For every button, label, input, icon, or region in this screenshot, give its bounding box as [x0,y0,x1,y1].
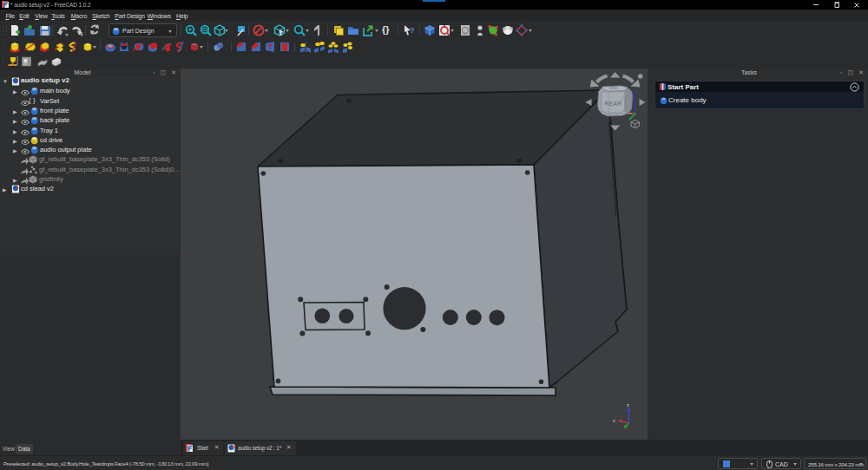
svg-text:z: z [627,402,629,408]
svg-text:MENU: MENU [609,87,619,90]
svg-text:REAR: REAR [604,101,621,107]
svg-text:?: ? [410,26,415,35]
svg-text:x: x [613,418,615,423]
